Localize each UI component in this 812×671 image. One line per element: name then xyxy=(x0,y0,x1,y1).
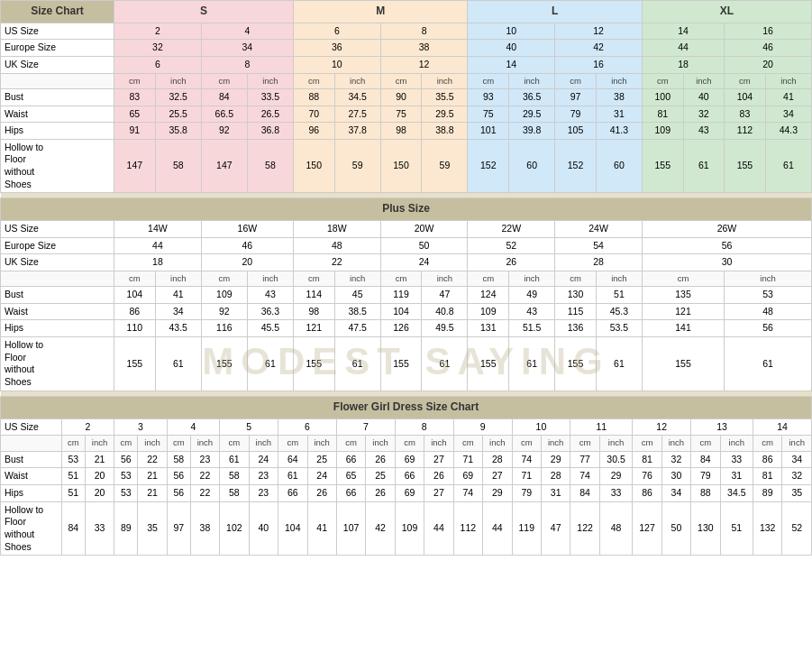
std-u13: cm xyxy=(642,73,683,88)
plus-uk-size-row: UK Size 18 20 22 24 26 28 30 xyxy=(1,254,812,271)
std-u11: cm xyxy=(555,73,597,88)
flower-waist-row: Waist 5120 5321 5622 5823 6124 6525 6626… xyxy=(1,468,812,485)
plus-hollow-row: Hollow toFloorwithoutShoes 155 61 15561 … xyxy=(1,337,812,391)
flower-us-label: US Size xyxy=(1,418,62,436)
standard-unit-spacer xyxy=(1,73,114,88)
xl-group-header: XL xyxy=(642,1,811,23)
flower-unit-row: cminch cminch cminch cminch cminch cminc… xyxy=(1,436,812,451)
flower-hollow-label: Hollow toFloorwithoutShoes xyxy=(1,501,62,556)
std-u6: inch xyxy=(334,73,380,88)
plus-waist-label: Waist xyxy=(1,303,114,320)
plus-uk-label: UK Size xyxy=(1,254,114,271)
us-size-label: US Size xyxy=(1,23,114,40)
std-u2: inch xyxy=(155,73,201,88)
standard-section-header: Size Chart S M L XL xyxy=(1,1,812,23)
plus-europe-label: Europe Size xyxy=(1,237,114,254)
plus-title: Plus Size xyxy=(1,198,812,221)
plus-hips-row: Hips 11043.5 11645.5 12147.5 12649.5 131… xyxy=(1,320,812,337)
std-u8: inch xyxy=(422,73,468,88)
us-s-2: 2 xyxy=(114,23,202,40)
flower-hips-label: Hips xyxy=(1,485,62,502)
us-m-8: 8 xyxy=(380,23,468,40)
plus-waist-row: Waist 8634 9236.3 9838.5 10440.8 10943 1… xyxy=(1,303,812,320)
std-u5: cm xyxy=(293,73,334,88)
s-group-header: S xyxy=(114,1,294,23)
standard-us-size-row: US Size 2 4 6 8 10 12 14 16 xyxy=(1,23,812,40)
bust-label: Bust xyxy=(1,88,114,106)
hips-label: Hips xyxy=(1,123,114,140)
us-l-12: 12 xyxy=(555,23,643,40)
plus-section-header: Plus Size xyxy=(1,198,812,221)
plus-us-label: US Size xyxy=(1,220,114,237)
std-u9: cm xyxy=(468,73,509,88)
standard-waist-row: Waist 6525.5 66.526.5 7027.5 7529.5 7529… xyxy=(1,106,812,123)
std-u16: inch xyxy=(765,73,811,88)
plus-hollow-label: Hollow toFloorwithoutShoes xyxy=(1,337,114,391)
flower-table: Flower Girl Dress Size Chart US Size 2 3… xyxy=(0,391,812,556)
plus-unit-spacer xyxy=(1,271,114,286)
standard-hips-row: Hips 9135.8 9236.8 9637.8 9838.8 10139.8… xyxy=(1,123,812,140)
us-xl-14: 14 xyxy=(642,23,724,40)
flower-hollow-row: Hollow toFloorwithoutShoes 8433 8935 973… xyxy=(1,501,812,556)
flower-us-size-row: US Size 2 3 4 5 6 7 8 9 10 11 12 13 14 xyxy=(1,418,812,436)
section-title: Size Chart xyxy=(1,1,114,23)
std-u1: cm xyxy=(114,73,156,88)
us-xl-16: 16 xyxy=(725,23,812,40)
m-group-header: M xyxy=(293,1,468,23)
plus-us-size-row: US Size 14W 16W 18W 20W 22W 24W 26W xyxy=(1,220,812,237)
plus-bust-row: Bust 10441 10943 11445 11947 12449 13051… xyxy=(1,287,812,304)
size-chart-table: Size Chart S M L XL US Size 2 4 6 8 10 1… xyxy=(0,0,812,391)
uk-size-label: UK Size xyxy=(1,56,114,73)
plus-bust-label: Bust xyxy=(1,287,114,304)
std-u7: cm xyxy=(380,73,422,88)
flower-section-header: Flower Girl Dress Size Chart xyxy=(1,397,812,419)
std-u14: inch xyxy=(683,73,725,88)
std-u10: inch xyxy=(509,73,555,88)
flower-waist-label: Waist xyxy=(1,468,62,485)
flower-title: Flower Girl Dress Size Chart xyxy=(1,397,812,419)
std-u3: cm xyxy=(201,73,247,88)
flower-unit-spacer xyxy=(1,436,62,451)
us-l-10: 10 xyxy=(468,23,555,40)
standard-bust-row: Bust 8332.5 8433.5 8834.5 9035.5 9336.5 … xyxy=(1,88,812,106)
europe-size-label: Europe Size xyxy=(1,40,114,57)
flower-bust-row: Bust 5321 5622 5823 6124 6425 6626 6927 … xyxy=(1,451,812,468)
standard-uk-size-row: UK Size 6 8 10 12 14 16 18 20 xyxy=(1,56,812,73)
standard-hollow-row: Hollow toFloorwithoutShoes 14758 14758 1… xyxy=(1,139,812,193)
l-group-header: L xyxy=(468,1,643,23)
std-u15: cm xyxy=(725,73,766,88)
hollow-label: Hollow toFloorwithoutShoes xyxy=(1,139,114,193)
flower-hips-row: Hips 5120 5321 5622 5823 6626 6626 6927 … xyxy=(1,485,812,502)
us-m-6: 6 xyxy=(293,23,380,40)
plus-hips-label: Hips xyxy=(1,320,114,337)
std-u4: inch xyxy=(247,73,293,88)
us-s-4: 4 xyxy=(201,23,293,40)
std-u12: inch xyxy=(596,73,642,88)
plus-europe-size-row: Europe Size 44 46 48 50 52 54 56 xyxy=(1,237,812,254)
waist-label: Waist xyxy=(1,106,114,123)
standard-europe-size-row: Europe Size 32 34 36 38 40 42 44 46 xyxy=(1,40,812,57)
plus-unit-row: cminch cminch cminch cminch cminch cminc… xyxy=(1,271,812,286)
standard-unit-row: cm inch cm inch cm inch cm inch cm inch … xyxy=(1,73,812,88)
flower-bust-label: Bust xyxy=(1,451,62,468)
